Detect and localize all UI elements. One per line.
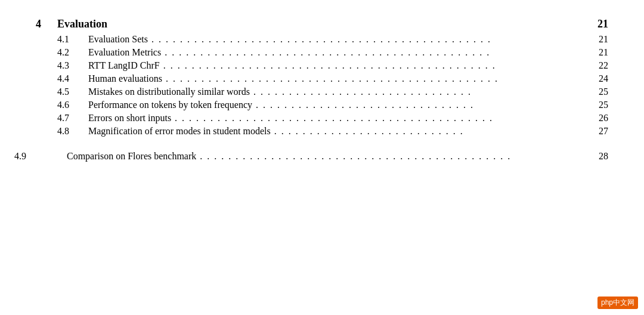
toc-entry-4-1: 4.1 Evaluation Sets . . . . . . . . . . … (57, 34, 608, 45)
toc-main-entry: 4 Evaluation 21 (36, 18, 608, 30)
entry-4-4-number: 4.4 (57, 73, 88, 84)
section-number: 4 (36, 18, 57, 30)
toc-entry-4-9: 4.9 Comparison on Flores benchmark . . .… (14, 151, 608, 162)
entry-4-8-page: 27 (590, 126, 608, 137)
entry-4-5-title: Mistakes on distributionally similar wor… (88, 87, 250, 97)
entry-4-9-number: 4.9 (14, 151, 67, 162)
entry-4-3-number: 4.3 (57, 60, 88, 71)
entry-4-4-title: Human evaluations (88, 73, 162, 84)
entry-4-9-title: Comparison on Flores benchmark (67, 151, 196, 162)
toc-entry-4-8: 4.8 Magnification of error modes in stud… (57, 126, 608, 137)
entry-4-7-dots: . . . . . . . . . . . . . . . . . . . . … (175, 113, 587, 123)
entry-4-2-page: 21 (590, 47, 608, 58)
toc-entry-4-7: 4.7 Errors on short inputs . . . . . . .… (57, 113, 608, 123)
entry-4-1-title: Evaluation Sets (88, 34, 148, 45)
entry-4-7-title: Errors on short inputs (88, 113, 171, 123)
toc-entry-4-4: 4.4 Human evaluations . . . . . . . . . … (57, 73, 608, 84)
entry-4-5-dots: . . . . . . . . . . . . . . . . . . . . … (253, 87, 587, 97)
entry-4-3-title: RTT LangID ChrF (88, 60, 160, 71)
entry-4-8-title: Magnification of error modes in student … (88, 126, 271, 137)
toc-entry-4-5: 4.5 Mistakes on distributionally similar… (57, 87, 608, 97)
entry-4-3-page: 22 (590, 60, 608, 71)
section-page: 21 (590, 18, 608, 30)
entry-4-5-number: 4.5 (57, 87, 88, 97)
entry-4-5-page: 25 (590, 87, 608, 97)
entry-4-9-page: 28 (590, 151, 608, 162)
toc-section: 4 Evaluation 21 4.1 Evaluation Sets . . … (36, 18, 608, 162)
entry-4-1-page: 21 (590, 34, 608, 45)
entry-4-6-number: 4.6 (57, 100, 88, 110)
entry-4-1-number: 4.1 (57, 34, 88, 45)
entry-4-2-number: 4.2 (57, 47, 88, 58)
section-title: Evaluation (57, 18, 107, 30)
entry-4-2-dots: . . . . . . . . . . . . . . . . . . . . … (165, 47, 587, 58)
entry-4-8-number: 4.8 (57, 126, 88, 137)
toc-entry-4-3: 4.3 RTT LangID ChrF . . . . . . . . . . … (57, 60, 608, 71)
entry-4-3-dots: . . . . . . . . . . . . . . . . . . . . … (163, 60, 587, 71)
toc-divider (36, 139, 608, 151)
entry-4-8-dots: . . . . . . . . . . . . . . . . . . . . … (274, 126, 587, 137)
entry-4-1-dots: . . . . . . . . . . . . . . . . . . . . … (151, 34, 587, 45)
toc-entry-4-2: 4.2 Evaluation Metrics . . . . . . . . .… (57, 47, 608, 58)
entry-4-9-dots: . . . . . . . . . . . . . . . . . . . . … (200, 151, 587, 162)
entry-4-7-page: 26 (590, 113, 608, 123)
entry-4-4-dots: . . . . . . . . . . . . . . . . . . . . … (166, 73, 587, 84)
entry-4-2-title: Evaluation Metrics (88, 47, 161, 58)
entry-4-6-title: Performance on tokens by token frequency (88, 100, 252, 110)
watermark: php中文网 (597, 297, 638, 309)
entry-4-6-page: 25 (590, 100, 608, 110)
entry-4-4-page: 24 (590, 73, 608, 84)
entry-4-6-dots: . . . . . . . . . . . . . . . . . . . . … (256, 100, 587, 110)
toc-entry-4-6: 4.6 Performance on tokens by token frequ… (57, 100, 608, 110)
sub-entries-container: 4.1 Evaluation Sets . . . . . . . . . . … (57, 34, 608, 137)
entry-4-7-number: 4.7 (57, 113, 88, 123)
